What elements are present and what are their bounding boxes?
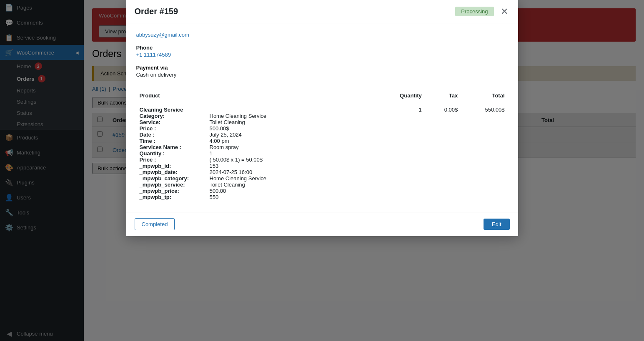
meta-row: Quantity :1	[140, 150, 371, 157]
modal-footer: Completed Edit	[126, 212, 518, 236]
meta-val: 153	[210, 163, 219, 169]
tax-col-header: Tax	[425, 88, 461, 103]
meta-val: Toilet Cleaning	[210, 182, 245, 188]
meta-val: 500.00	[210, 188, 226, 194]
quantity-col-header: Quantity	[374, 88, 425, 103]
meta-key: Category:	[140, 113, 206, 119]
meta-row: _mpwpb_date:2024-07-25 16:00	[140, 169, 371, 175]
meta-key: _mpwpb_date:	[140, 169, 206, 175]
modal-body: abbysuzy@gmail.com Phone +1 111174589 Pa…	[126, 23, 518, 212]
payment-method: Cash on delivery	[136, 72, 508, 78]
meta-key: Price :	[140, 125, 206, 132]
meta-row: Price :( 50.00$ x 1) = 50.00$	[140, 157, 371, 163]
meta-val: Room spray	[210, 144, 239, 150]
product-tax-cell: 0.00$	[425, 103, 461, 204]
meta-key: _mpwpb_id:	[140, 163, 206, 169]
payment-section: Payment via Cash on delivery	[136, 65, 508, 78]
email-section: abbysuzy@gmail.com	[136, 32, 508, 38]
product-col-header: Product	[136, 88, 374, 103]
meta-val: Home Cleaning Service	[210, 113, 267, 119]
phone-link[interactable]: +1 111174589	[136, 52, 171, 58]
meta-row: _mpwpb_service:Toilet Cleaning	[140, 182, 371, 188]
meta-row: Time :4:00 pm	[140, 138, 371, 144]
meta-row: Date :July 25, 2024	[140, 132, 371, 138]
meta-key: Quantity :	[140, 150, 206, 157]
meta-key: Price :	[140, 157, 206, 163]
edit-button[interactable]: Edit	[484, 219, 509, 230]
meta-row: Price :500.00$	[140, 125, 371, 132]
modal-close-button[interactable]: ✕	[499, 7, 510, 16]
product-total-cell: 550.00$	[461, 103, 508, 204]
meta-val: 550	[210, 194, 219, 200]
meta-key: _mpwpb_price:	[140, 188, 206, 194]
meta-key: _mpwpb_tp:	[140, 194, 206, 200]
meta-row: Services Name :Room spray	[140, 144, 371, 150]
total-col-header: Total	[461, 88, 508, 103]
meta-row: Category:Home Cleaning Service	[140, 113, 371, 119]
meta-val: Toilet Cleaning	[210, 119, 245, 125]
processing-badge: Processing	[455, 7, 494, 16]
product-name: Cleaning Service	[140, 107, 371, 113]
meta-key: Service:	[140, 119, 206, 125]
modal-overlay: Order #159 Processing ✕ abbysuzy@gmail.c…	[0, 0, 644, 341]
meta-row: _mpwpb_id:153	[140, 163, 371, 169]
modal-title: Order #159	[135, 7, 451, 16]
meta-key: _mpwpb_category:	[140, 175, 206, 182]
product-table: Product Quantity Tax Total Cleaning Serv…	[136, 88, 508, 204]
meta-key: _mpwpb_service:	[140, 182, 206, 188]
meta-row: _mpwpb_tp:550	[140, 194, 371, 200]
meta-row: _mpwpb_price:500.00	[140, 188, 371, 194]
meta-key: Services Name :	[140, 144, 206, 150]
phone-section: Phone +1 111174589	[136, 45, 508, 58]
modal-header: Order #159 Processing ✕	[126, 0, 518, 23]
product-row: Cleaning Service Category:Home Cleaning …	[136, 103, 508, 204]
meta-row: Service:Toilet Cleaning	[140, 119, 371, 125]
meta-val: 500.00$	[210, 125, 229, 132]
meta-val: 1	[210, 150, 213, 157]
meta-container: Category:Home Cleaning ServiceService:To…	[140, 113, 371, 200]
meta-val: Home Cleaning Service	[210, 175, 267, 182]
completed-button[interactable]: Completed	[135, 218, 175, 230]
phone-label: Phone	[136, 45, 508, 51]
order-modal: Order #159 Processing ✕ abbysuzy@gmail.c…	[126, 0, 518, 236]
product-quantity-cell: 1	[374, 103, 425, 204]
email-link[interactable]: abbysuzy@gmail.com	[136, 32, 189, 38]
meta-val: ( 50.00$ x 1) = 50.00$	[210, 157, 263, 163]
meta-val: 4:00 pm	[210, 138, 229, 144]
meta-row: _mpwpb_category:Home Cleaning Service	[140, 175, 371, 182]
meta-val: 2024-07-25 16:00	[210, 169, 253, 175]
payment-label: Payment via	[136, 65, 508, 71]
product-name-cell: Cleaning Service Category:Home Cleaning …	[136, 103, 374, 204]
meta-key: Time :	[140, 138, 206, 144]
meta-key: Date :	[140, 132, 206, 138]
meta-val: July 25, 2024	[210, 132, 242, 138]
